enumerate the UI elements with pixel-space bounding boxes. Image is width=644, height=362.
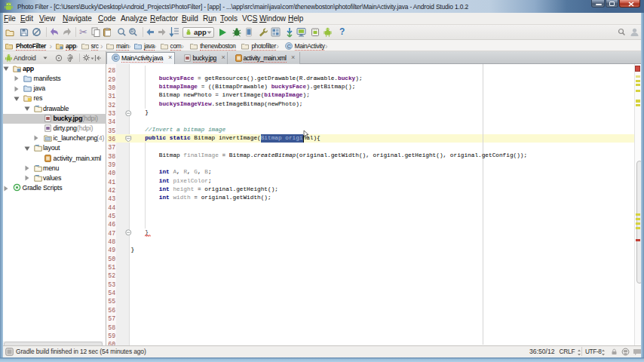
svg-text:C: C (113, 55, 118, 62)
svg-text:C: C (287, 44, 291, 49)
